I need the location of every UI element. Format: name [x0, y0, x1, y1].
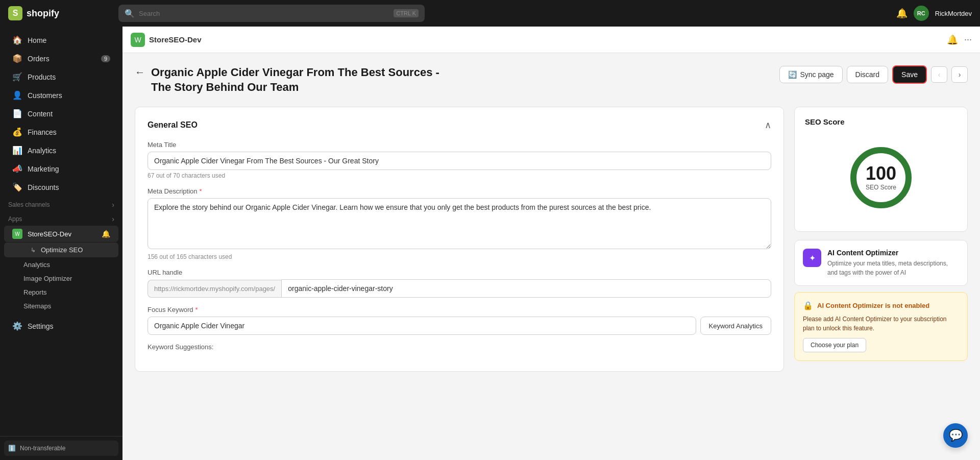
- save-button[interactable]: Save: [892, 65, 927, 84]
- sidebar-item-home[interactable]: 🏠 Home: [4, 31, 118, 49]
- url-suffix-input[interactable]: [281, 279, 771, 298]
- general-seo-card: General SEO ∧ Meta Title 67 out of 70 ch…: [135, 107, 784, 372]
- discard-label: Discard: [855, 70, 879, 79]
- save-label: Save: [901, 70, 918, 79]
- topbar-right: 🔔 RC RickMortdev: [896, 6, 972, 21]
- sidebar-item-products[interactable]: 🛒 Products: [4, 68, 118, 86]
- orders-badge: 9: [101, 55, 110, 62]
- sidebar-item-marketing[interactable]: 📣 Marketing: [4, 160, 118, 178]
- warning-header: 🔒 AI Content Optimizer is not enabled: [803, 301, 959, 310]
- discard-button[interactable]: Discard: [847, 66, 888, 83]
- meta-title-group: Meta Title 67 out of 70 characters used: [148, 141, 771, 179]
- url-handle-group: URL handle https://rickmortdev.myshopify…: [148, 269, 771, 298]
- app-bell-button[interactable]: 🔔: [947, 34, 958, 45]
- non-transferable: ℹ️ Non-transferable: [4, 441, 118, 456]
- reports-sub-label: Reports: [23, 288, 47, 296]
- search-shortcut: CTRL K: [394, 9, 419, 17]
- score-label: SEO Score: [866, 184, 896, 191]
- sidebar-footer: ℹ️ Non-transferable: [0, 436, 122, 460]
- apps-label: Apps ›: [0, 211, 122, 225]
- sidebar-item-content[interactable]: 📄 Content: [4, 105, 118, 123]
- sidebar-subitem-sitemaps[interactable]: Sitemaps: [0, 299, 122, 313]
- next-icon: ›: [959, 70, 961, 79]
- home-icon: 🏠: [12, 35, 22, 45]
- content-icon: 📄: [12, 109, 22, 118]
- optimize-seo-label: Optimize SEO: [41, 246, 83, 254]
- sidebar-item-label: Home: [28, 36, 46, 44]
- sales-channels-label: Sales channels ›: [0, 197, 122, 211]
- search-icon: 🔍: [125, 9, 135, 18]
- analytics-sub-label: Analytics: [23, 261, 50, 269]
- sidebar-item-discounts[interactable]: 🏷️ Discounts: [4, 178, 118, 196]
- url-prefix: https://rickmortdev.myshopify.com/pages/: [148, 280, 281, 298]
- url-row: https://rickmortdev.myshopify.com/pages/: [148, 279, 771, 298]
- sidebar-item-optimize-seo[interactable]: ↳ Optimize SEO: [4, 243, 118, 257]
- meta-desc-group: Meta Description * Explore the story beh…: [148, 187, 771, 260]
- keyword-analytics-button[interactable]: Keyword Analytics: [700, 317, 772, 335]
- meta-title-input[interactable]: [148, 152, 771, 170]
- shopify-logo-icon: S: [8, 6, 22, 20]
- sidebar-item-label: Orders: [28, 55, 50, 63]
- search-input[interactable]: [139, 10, 389, 17]
- ai-not-enabled-card: 🔒 AI Content Optimizer is not enabled Pl…: [794, 292, 968, 361]
- focus-keyword-label: Focus Keyword *: [148, 306, 771, 313]
- sidebar-item-settings[interactable]: ⚙️ Settings: [4, 317, 118, 335]
- sidebar-subitem-image-optimizer[interactable]: Image Optimizer: [0, 272, 122, 285]
- settings-icon: ⚙️: [12, 321, 22, 331]
- app-topbar: W StoreSEO-Dev 🔔 ···: [122, 27, 980, 53]
- chat-icon: 💬: [949, 429, 963, 442]
- meta-desc-char-count: 156 out of 165 characters used: [148, 253, 771, 260]
- sidebar-item-orders[interactable]: 📦 Orders 9: [4, 50, 118, 67]
- app-topbar-title: StoreSEO-Dev: [149, 35, 202, 44]
- sales-channels-chevron[interactable]: ›: [112, 201, 114, 209]
- sidebar-item-customers[interactable]: 👤 Customers: [4, 86, 118, 104]
- next-button[interactable]: ›: [951, 66, 968, 83]
- sync-page-button[interactable]: 🔄 Sync page: [779, 66, 842, 83]
- topbar: S shopify 🔍 CTRL K 🔔 RC RickMortdev: [0, 0, 980, 27]
- meta-desc-required: *: [200, 187, 202, 195]
- focus-keyword-input[interactable]: [148, 317, 696, 335]
- sidebar-item-label: Content: [28, 110, 53, 118]
- optimize-arrow: ↳: [31, 247, 36, 254]
- orders-icon: 📦: [12, 54, 22, 63]
- sidebar-subitem-analytics[interactable]: Analytics: [0, 258, 122, 272]
- choose-plan-button[interactable]: Choose your plan: [803, 338, 866, 352]
- search-bar[interactable]: 🔍 CTRL K: [118, 5, 425, 22]
- sidebar-item-label: Finances: [28, 128, 57, 136]
- two-column-layout: General SEO ∧ Meta Title 67 out of 70 ch…: [135, 107, 968, 372]
- app-topbar-right: 🔔 ···: [947, 34, 972, 45]
- app-more-button[interactable]: ···: [964, 34, 972, 45]
- products-icon: 🛒: [12, 72, 22, 82]
- non-transferable-label: Non-transferable: [20, 445, 65, 452]
- collapse-button[interactable]: ∧: [765, 119, 771, 131]
- page-title-area: ← Organic Apple Cider Vinegar From The B…: [135, 65, 457, 94]
- warning-desc: Please add AI Content Optimizer to your …: [803, 314, 959, 333]
- ai-card-header: ✦ AI Content Optimizer Optimize your met…: [803, 249, 959, 277]
- bell-app-icon[interactable]: 🔔: [102, 230, 110, 238]
- sidebar-subitem-reports[interactable]: Reports: [0, 285, 122, 299]
- sync-icon: 🔄: [788, 70, 797, 79]
- ai-optimizer-title: AI Content Optimizer: [827, 249, 959, 257]
- sidebar-nav: 🏠 Home 📦 Orders 9 🛒 Products 👤 Customers…: [0, 27, 122, 436]
- sidebar-item-finances[interactable]: 💰 Finances: [4, 123, 118, 141]
- score-circle: 100 SEO Score: [848, 144, 914, 211]
- page-title: Organic Apple Cider Vinegar From The Bes…: [151, 65, 457, 94]
- app-name-label: StoreSEO-Dev: [28, 230, 71, 238]
- url-handle-label: URL handle: [148, 269, 771, 276]
- apps-chevron[interactable]: ›: [112, 215, 114, 223]
- back-arrow[interactable]: ←: [135, 66, 145, 78]
- sidebar-item-storeseo[interactable]: W StoreSEO-Dev 🔔: [4, 226, 118, 242]
- prev-button[interactable]: ‹: [931, 66, 947, 83]
- sidebar-item-label: Products: [28, 73, 56, 81]
- meta-desc-textarea[interactable]: Explore the story behind our Organic App…: [148, 198, 771, 249]
- focus-keyword-required: *: [195, 306, 198, 313]
- meta-desc-label: Meta Description *: [148, 187, 771, 195]
- bell-icon[interactable]: 🔔: [896, 8, 908, 19]
- content-area: W StoreSEO-Dev 🔔 ··· ← Organic Apple Cid…: [122, 27, 980, 460]
- seo-score-card: SEO Score 100: [794, 107, 968, 232]
- sidebar-item-analytics[interactable]: 📊 Analytics: [4, 141, 118, 159]
- score-circle-container: 100 SEO Score: [805, 134, 957, 221]
- chat-button[interactable]: 💬: [943, 423, 968, 448]
- app-topbar-logo: W: [131, 33, 145, 47]
- settings-label: Settings: [28, 322, 54, 330]
